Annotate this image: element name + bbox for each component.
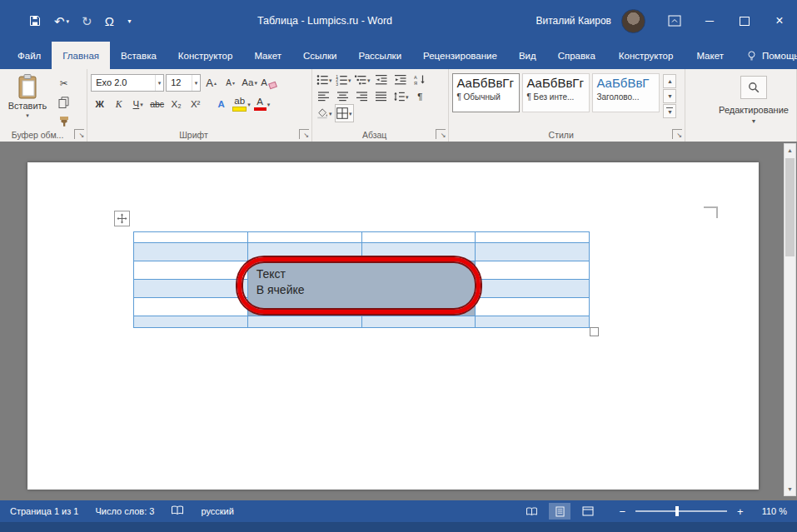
read-mode-button[interactable] — [521, 503, 542, 520]
sort-button[interactable]: АЯ — [411, 72, 429, 88]
table-cell[interactable] — [248, 316, 362, 328]
dialog-launcher-icon[interactable]: ↘ — [299, 129, 309, 139]
subscript-button[interactable]: X₂ — [167, 96, 185, 112]
word-count[interactable]: Число слов: 3 — [95, 506, 154, 516]
table-cell[interactable] — [134, 298, 248, 316]
table-cell-merged-selected[interactable]: Текст В ячейке — [248, 261, 476, 316]
tab-review[interactable]: Рецензирование — [412, 42, 508, 69]
styles-scroll-down-button[interactable]: ▼ — [663, 89, 676, 103]
superscript-button[interactable]: X² — [187, 96, 204, 112]
zoom-out-button[interactable]: − — [619, 506, 625, 517]
tab-references[interactable]: Ссылки — [292, 42, 348, 69]
decrease-indent-button[interactable] — [373, 72, 391, 88]
tab-design[interactable]: Конструктор — [167, 42, 244, 69]
align-center-button[interactable] — [335, 88, 352, 105]
tab-layout[interactable]: Макет — [243, 42, 292, 69]
zoom-level[interactable]: 110 % — [762, 506, 787, 516]
scrollbar-thumb[interactable] — [785, 158, 795, 256]
print-layout-button[interactable] — [549, 503, 570, 520]
document-page[interactable]: Текст В ячейке — [27, 162, 759, 490]
paste-button[interactable]: Вставить ▾ — [3, 72, 52, 130]
table-cell[interactable] — [476, 261, 590, 280]
style-no-spacing[interactable]: АаБбВвГг ¶ Без инте... — [522, 73, 590, 112]
style-normal[interactable]: АаБбВвГг ¶ Обычный — [452, 73, 520, 112]
styles-scroll-up-button[interactable]: ▲ — [663, 74, 676, 88]
redo-button[interactable]: ↻ — [82, 15, 92, 27]
web-layout-button[interactable] — [577, 503, 599, 520]
table-cell[interactable] — [134, 261, 248, 280]
increase-indent-button[interactable] — [392, 72, 410, 88]
table-resize-handle[interactable] — [590, 327, 599, 336]
tab-file[interactable]: Файл — [7, 42, 52, 69]
multilevel-list-button[interactable]: ▾ — [354, 72, 371, 88]
borders-button[interactable]: ▾ — [335, 104, 354, 122]
line-spacing-button[interactable]: ▾ — [392, 88, 410, 105]
table-cell[interactable] — [362, 243, 476, 261]
format-painter-button[interactable] — [55, 113, 72, 130]
styles-more-button[interactable]: ▼ — [663, 104, 676, 118]
highlight-color-button[interactable]: ab ▾ — [232, 96, 252, 112]
numbering-button[interactable]: 123 ▾ — [335, 72, 352, 88]
help-button[interactable]: Помощь — [746, 42, 797, 69]
ribbon-display-options-button[interactable] — [657, 0, 692, 42]
table-cell[interactable] — [248, 232, 362, 243]
align-right-button[interactable] — [354, 88, 371, 105]
font-size-combo[interactable]: 12▾ — [166, 74, 201, 92]
tab-view[interactable]: Вид — [508, 42, 547, 69]
undo-button[interactable]: ↶▾ — [54, 15, 69, 27]
table-cell[interactable] — [134, 316, 248, 328]
underline-button[interactable]: Ч▾ — [129, 96, 147, 112]
tab-insert[interactable]: Вставка — [110, 42, 167, 69]
save-button[interactable] — [28, 14, 42, 27]
table-cell[interactable] — [134, 280, 248, 298]
tab-help[interactable]: Справка — [547, 42, 606, 69]
zoom-slider-thumb[interactable] — [675, 506, 679, 516]
justify-button[interactable] — [373, 88, 391, 105]
bold-button[interactable]: Ж — [91, 96, 108, 112]
proofing-button[interactable] — [171, 505, 184, 517]
table-cell[interactable] — [476, 298, 590, 316]
bullets-button[interactable]: ▾ — [316, 72, 333, 88]
close-button[interactable]: × — [762, 0, 797, 42]
table-cell[interactable] — [476, 232, 590, 243]
table-cell[interactable] — [476, 243, 590, 261]
copy-button[interactable] — [55, 94, 72, 111]
cut-button[interactable]: ✂ — [55, 75, 72, 92]
tab-home[interactable]: Главная — [52, 42, 110, 69]
change-case-button[interactable]: Aa▾ — [241, 74, 258, 91]
table-cell[interactable] — [476, 316, 590, 328]
find-button[interactable] — [740, 76, 767, 99]
table-cell[interactable] — [476, 280, 590, 298]
table-cell[interactable] — [134, 232, 248, 243]
italic-button[interactable]: К — [110, 96, 127, 112]
table-cell[interactable] — [362, 316, 476, 328]
tab-table-design[interactable]: Конструктор — [608, 42, 685, 69]
style-heading1[interactable]: АаБбВвГ Заголово... — [592, 73, 660, 112]
scroll-down-arrow-icon[interactable]: ▼ — [785, 483, 795, 495]
dialog-launcher-icon[interactable]: ↘ — [672, 129, 682, 139]
account-name[interactable]: Виталий Каиров — [535, 15, 611, 27]
tab-table-layout[interactable]: Макет — [685, 42, 735, 69]
dialog-launcher-icon[interactable]: ↘ — [436, 129, 446, 139]
symbol-button[interactable]: Ω — [105, 15, 114, 27]
clear-formatting-button[interactable]: А — [260, 74, 277, 91]
show-marks-button[interactable]: ¶ — [411, 88, 429, 105]
scroll-up-arrow-icon[interactable]: ▲ — [785, 144, 795, 157]
grow-font-button[interactable]: А▴ — [202, 74, 220, 91]
font-family-combo[interactable]: Exo 2.0▾ — [91, 74, 164, 92]
shading-button[interactable]: ▾ — [316, 105, 333, 122]
avatar[interactable] — [621, 9, 645, 33]
align-left-button[interactable] — [316, 88, 333, 105]
font-color-button[interactable]: А ▾ — [253, 96, 271, 112]
table-move-handle[interactable] — [114, 211, 130, 226]
text-effects-button[interactable]: А — [212, 96, 230, 112]
strikethrough-button[interactable]: abc — [148, 96, 166, 112]
maximize-button[interactable] — [727, 0, 762, 42]
dialog-launcher-icon[interactable]: ↘ — [74, 129, 84, 139]
page-indicator[interactable]: Страница 1 из 1 — [10, 506, 78, 516]
shrink-font-button[interactable]: А▾ — [222, 74, 239, 91]
table-cell[interactable] — [134, 243, 248, 261]
editing-dropdown-button[interactable]: Редактирование ▼ — [714, 72, 794, 124]
table-cell[interactable] — [362, 232, 476, 243]
minimize-button[interactable]: ─ — [692, 0, 727, 42]
